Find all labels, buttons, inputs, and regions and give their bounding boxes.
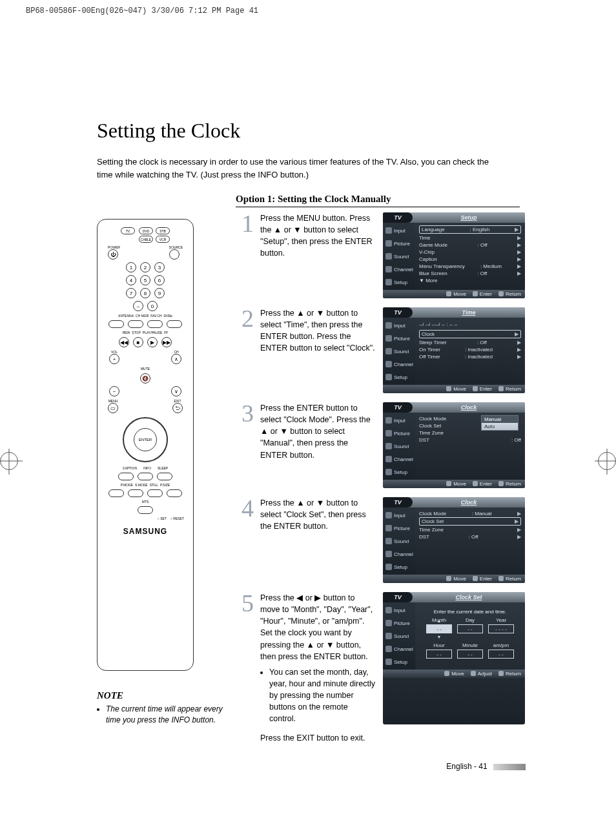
- remote-mode-cable: CABLE: [139, 236, 153, 243]
- chevron-right-icon: ▶: [515, 518, 518, 524]
- osd-row-value: : Off: [511, 437, 521, 443]
- osd-foot-item: Enter: [473, 576, 492, 582]
- osd-row-label: Time Zone: [419, 527, 444, 533]
- chevron-right-icon: ▶: [515, 331, 518, 337]
- osd-tv-chip: TV: [383, 592, 413, 602]
- power-icon: ⏻: [108, 249, 118, 260]
- instruction-step: 5Press the ◀ or ▶ button to move to "Mon…: [236, 592, 571, 724]
- osd-screenshot: TVSetupInputPictureSoundChannelSetupLang…: [383, 212, 525, 298]
- osd-foot-item: Adjust: [471, 671, 492, 677]
- osd-foot-item: Move: [446, 576, 466, 582]
- osd-foot-item: Return: [498, 291, 521, 297]
- clock-set-box: - -: [426, 650, 452, 659]
- osd-tab: Picture: [383, 617, 415, 630]
- osd-menu-row: Sleep Timer: Off▶: [419, 339, 521, 346]
- clock-set-col: am/pm: [488, 642, 514, 648]
- osd-row-label: V-Chip: [419, 249, 435, 255]
- osd-tab: Picture: [383, 332, 415, 345]
- osd-tv-chip: TV: [383, 402, 413, 413]
- step-text: Press the ▲ or ▼ button to select "Clock…: [260, 497, 376, 583]
- osd-title: Clock: [413, 402, 525, 413]
- osd-title: Time: [413, 307, 525, 318]
- osd-tab: Setup: [383, 276, 415, 289]
- final-instruction: Press the EXIT button to exit.: [260, 733, 571, 743]
- osd-menu-row: Language: English▶: [419, 225, 521, 234]
- step-number: 4: [236, 497, 254, 583]
- source-button: [169, 249, 180, 260]
- chevron-right-icon: ▶: [517, 263, 521, 269]
- section-heading: Option 1: Setting the Clock Manually: [236, 194, 520, 207]
- chevron-right-icon: ▶: [515, 227, 518, 232]
- osd-screenshot: TVClock SetInputPictureSoundChannelSetup…: [383, 592, 525, 724]
- osd-foot-item: Enter: [473, 291, 492, 297]
- osd-menu-row: Blue Screen: Off▶: [419, 270, 521, 277]
- clock-set-col: Hour: [426, 642, 452, 648]
- chevron-right-icon: ▶: [517, 347, 521, 353]
- osd-row-label: Time Zone: [419, 430, 444, 436]
- osd-row-value: : English: [469, 227, 489, 232]
- clock-set-box: - -: [488, 650, 514, 659]
- clock-set-box: - - - -: [488, 624, 514, 633]
- osd-row-label: ▼ More: [419, 278, 437, 283]
- osd-tab: Picture: [383, 237, 415, 250]
- osd-tab: Sound: [383, 250, 415, 263]
- osd-tv-chip: TV: [383, 307, 413, 318]
- osd-menu-row: Time▶: [419, 234, 521, 241]
- osd-panel: Clock Mode: Manual▶Clock Set▶Time Zone▶D…: [415, 507, 525, 575]
- chevron-right-icon: ▶: [517, 527, 521, 533]
- osd-menu-row: Caption▶: [419, 256, 521, 263]
- osd-tab: Channel: [383, 263, 415, 276]
- remote-brand: SAMSUNG: [103, 527, 188, 536]
- osd-menu-row: DST: Off: [419, 436, 521, 444]
- note-heading: NOTE: [97, 690, 223, 701]
- osd-screenshot: TVClockInputPictureSoundChannelSetupCloc…: [383, 402, 525, 488]
- chevron-right-icon: ▶: [517, 271, 521, 276]
- mute-icon: 🔇: [140, 373, 150, 384]
- osd-screenshot: TVTimeInputPictureSoundChannelSetup--/ -…: [383, 307, 525, 393]
- osd-tv-chip: TV: [383, 497, 413, 507]
- osd-footer: MoveEnterReturn: [383, 290, 525, 298]
- instruction-step: 3Press the ENTER button to select "Clock…: [236, 402, 571, 488]
- osd-tab: Input: [383, 509, 415, 522]
- osd-tab: Setup: [383, 371, 415, 384]
- remote-mode-vcr: VCR: [156, 236, 170, 243]
- chevron-right-icon: ▶: [517, 256, 521, 262]
- osd-tab: Sound: [383, 440, 415, 453]
- osd-menu-row: Off Timer: Inactivated▶: [419, 353, 521, 360]
- remote-mode-tv: TV: [121, 227, 135, 234]
- dpad-ring: ENTER: [123, 417, 168, 462]
- note-block: NOTE The current time will appear every …: [97, 690, 223, 726]
- osd-row-value: : Off: [469, 534, 478, 540]
- step-text: Press the ▲ or ▼ button to select "Time"…: [260, 307, 376, 393]
- print-header: BP68-00586F-00Eng(026~047) 3/30/06 7:12 …: [0, 0, 616, 15]
- page-title: Setting the Clock: [97, 119, 571, 143]
- chevron-right-icon: ▶: [517, 242, 521, 248]
- osd-title: Clock Set: [413, 592, 525, 602]
- osd-tab: Input: [383, 604, 415, 617]
- osd-foot-item: Return: [498, 481, 521, 487]
- osd-dropdown: ManualAuto: [481, 415, 518, 431]
- osd-foot-item: Enter: [473, 481, 492, 487]
- chevron-right-icon: ▶: [517, 511, 521, 517]
- osd-row-label: DST: [419, 437, 429, 443]
- osd-pretext: --/ --/ ----/ -- : -- --: [419, 320, 521, 330]
- osd-tab: Channel: [383, 642, 415, 655]
- step-number: 2: [236, 307, 254, 393]
- osd-tab: Input: [383, 319, 415, 332]
- enter-button: ENTER: [134, 428, 157, 451]
- osd-row-value: : Off: [477, 340, 487, 345]
- osd-menu-row: On Timer: Inactivated▶: [419, 346, 521, 353]
- osd-panel: --/ --/ ----/ -- : -- --Clock▶Sleep Time…: [415, 318, 525, 385]
- footer-bar: [493, 764, 526, 770]
- osd-foot-item: Move: [446, 481, 466, 487]
- osd-menu-row: Menu Transparency: Medium▶: [419, 263, 521, 270]
- step-text: Press the MENU button. Press the ▲ or ▼ …: [260, 212, 376, 298]
- osd-tab: Input: [383, 414, 415, 427]
- page-body: Setting the Clock Setting the clock is n…: [0, 15, 616, 816]
- osd-row-label: Clock: [422, 331, 435, 337]
- osd-row-value: : Inactivated: [465, 354, 493, 360]
- osd-tab: Input: [383, 224, 415, 237]
- osd-menu-row: ▼ More: [419, 277, 521, 284]
- osd-row-label: Caption: [419, 256, 437, 262]
- osd-row-label: Clock Mode: [419, 511, 446, 517]
